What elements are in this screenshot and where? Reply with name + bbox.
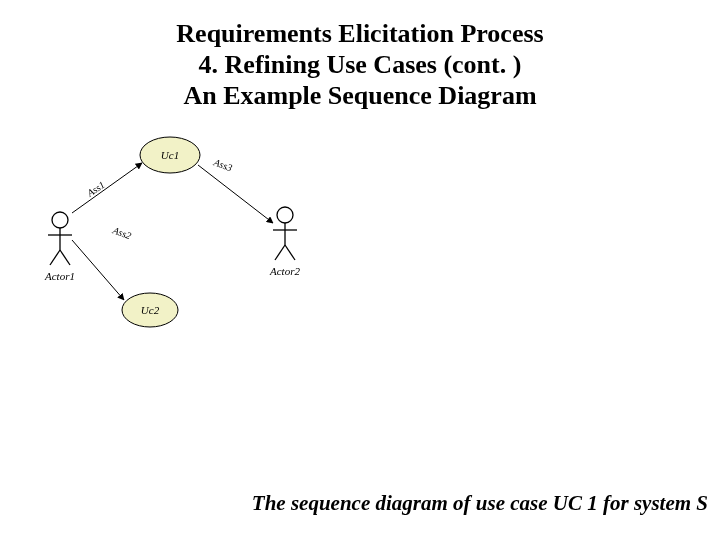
association-ass2-label: Ass2 <box>110 224 132 241</box>
title-line-3: An Example Sequence Diagram <box>0 80 720 111</box>
slide: Requirements Elicitation Process 4. Refi… <box>0 0 720 540</box>
svg-line-3 <box>50 250 60 265</box>
diagram-svg: Uc1 Uc2 Actor1 Actor2 <box>30 125 350 345</box>
association-ass1 <box>72 163 142 213</box>
svg-line-9 <box>285 245 295 260</box>
actor2-label: Actor2 <box>269 265 300 277</box>
association-ass3 <box>198 165 273 223</box>
title-line-1: Requirements Elicitation Process <box>0 18 720 49</box>
association-ass2 <box>72 240 124 300</box>
actor1-label: Actor1 <box>44 270 75 282</box>
actor2-icon <box>273 207 297 260</box>
slide-caption: The sequence diagram of use case UC 1 fo… <box>170 491 708 516</box>
svg-line-4 <box>60 250 70 265</box>
svg-point-5 <box>277 207 293 223</box>
svg-point-0 <box>52 212 68 228</box>
title-line-2: 4. Refining Use Cases (cont. ) <box>0 49 720 80</box>
actor1-icon <box>48 212 72 265</box>
association-ass3-label: Ass3 <box>211 156 233 173</box>
svg-line-8 <box>275 245 285 260</box>
slide-title: Requirements Elicitation Process 4. Refi… <box>0 18 720 112</box>
usecase-uc1-label: Uc1 <box>161 149 179 161</box>
usecase-uc2-label: Uc2 <box>141 304 160 316</box>
use-case-diagram: Uc1 Uc2 Actor1 Actor2 <box>30 125 350 345</box>
